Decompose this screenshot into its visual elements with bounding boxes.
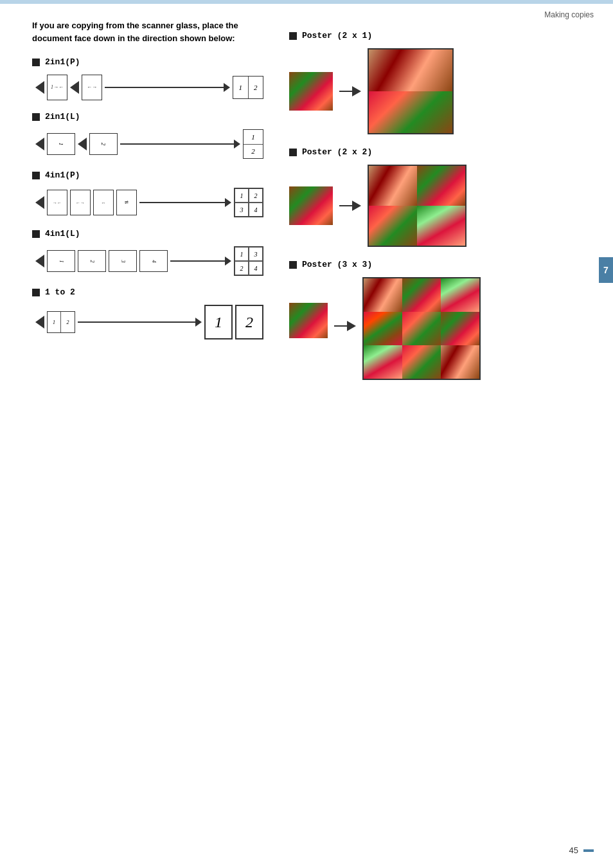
page3-4in1l: 3 [109, 250, 137, 272]
source-photo [289, 186, 333, 225]
main-content: If you are copying from the scanner glas… [32, 19, 594, 393]
section-4in1p-title: 4in1(P) [45, 170, 80, 180]
tab-number: 7 [603, 265, 609, 275]
poster3x3-cell-7 [364, 345, 402, 379]
page2-sym: ←→ [87, 85, 97, 90]
out-cell-2: 2 [249, 188, 263, 203]
arrow-left-2in1l [35, 138, 44, 150]
section-poster2x2: Poster (2 x 2) [289, 147, 594, 247]
arrow-tip [195, 318, 202, 327]
arrow-head [352, 86, 361, 96]
arrow-left2-2in1l [78, 138, 87, 150]
food2 [402, 278, 441, 312]
poster2x1-diagram [289, 48, 594, 134]
salad7 [364, 345, 402, 379]
arrow-tip [224, 83, 230, 92]
bullet-1to2 [32, 289, 40, 296]
page4-4in1p: ⇌ [116, 190, 137, 215]
out-cell-3: 3 [235, 203, 249, 217]
page2-2in1l: 2 [89, 133, 118, 155]
salad3 [441, 278, 479, 312]
bullet-poster2x2 [289, 149, 297, 156]
diag-4in1p: →← ←→ ↔ ⇌ 1 2 3 4 [32, 188, 263, 217]
arrow-left-4in1l [35, 255, 44, 267]
arrow-head [352, 201, 361, 211]
out-cell-1: 1 [244, 130, 263, 145]
poster2x1-output [368, 48, 454, 134]
arrow-left2-2in1p [70, 81, 79, 94]
poster2x2-cell-tr [417, 166, 465, 206]
section-1to2: 1 to 2 [32, 287, 263, 297]
food6 [441, 312, 479, 345]
output-4in1l: 1 3 2 4 [234, 246, 263, 276]
lobster5 [402, 312, 441, 345]
right-column: Poster (2 x 1) [289, 19, 594, 393]
output-1to2-page1: 1 [204, 305, 233, 339]
poster2x2-cell-br [417, 206, 465, 246]
section-2in1l-title: 2in1(L) [45, 112, 80, 122]
page1-2in1p: 1→← [47, 75, 67, 100]
food4 [364, 312, 402, 345]
header-title: Making copies [544, 10, 594, 19]
source-cell-2: 2 [61, 312, 75, 332]
section-4in1p: 4in1(P) [32, 170, 263, 180]
section-4in1l-title: 4in1(L) [45, 229, 80, 239]
h-arrow-4in1l [170, 257, 231, 266]
source-photo [289, 72, 333, 111]
poster3x3-cell-3 [441, 278, 479, 312]
arrow-tip [225, 198, 231, 207]
diag-4in1l: 1 2 3 4 1 3 2 [32, 246, 263, 276]
page1-sym: 1→← [51, 85, 64, 90]
page4-4in1l: 4 [139, 250, 168, 272]
section-2in1p: 2in1(P) [32, 57, 263, 67]
arrow-left-1to2 [35, 316, 44, 329]
out-cell-1: 1 [233, 77, 249, 98]
page-number-area: 45 [569, 845, 594, 855]
poster2x1-top [369, 50, 452, 91]
poster3x3-title: Poster (3 x 3) [289, 260, 594, 269]
lobster-photo [369, 91, 452, 133]
wine9 [441, 345, 479, 379]
h-arrow-1to2 [78, 318, 202, 327]
out-cell-4: 4 [249, 203, 263, 217]
arrow-line [105, 87, 224, 88]
lobster-bl [369, 206, 417, 246]
arrow-line [78, 321, 195, 323]
salad-br [417, 206, 465, 246]
h-arrow-4in1p [139, 198, 231, 207]
diag-1to2: 1 2 1 2 [32, 305, 263, 339]
poster3x3-source [289, 303, 328, 338]
arrow-line [339, 91, 352, 92]
poster3x3-output [362, 277, 481, 380]
section-poster2x1: Poster (2 x 1) [289, 31, 594, 134]
bullet-4in1p [32, 172, 40, 179]
page2-4in1p: ←→ [70, 190, 91, 215]
output-4in1p: 1 2 3 4 [234, 188, 263, 217]
arrow-head [347, 321, 356, 331]
page1-4in1l: 1 [47, 250, 75, 272]
poster3x3-cell-1 [364, 278, 402, 312]
arrow-line [334, 325, 347, 327]
food-tr [417, 166, 465, 206]
arrow-line [139, 202, 225, 203]
bullet-2in1p [32, 59, 40, 66]
bullet-poster2x1 [289, 32, 297, 40]
poster2x2-output [368, 165, 466, 247]
arrow-line [120, 143, 234, 145]
wine-photo [369, 50, 452, 91]
poster3x3-cell-9 [441, 345, 479, 379]
source-photo [289, 303, 328, 338]
section-1to2-title: 1 to 2 [45, 287, 75, 297]
poster2x2-label: Poster (2 x 2) [302, 147, 372, 157]
poster2x2-source [289, 186, 333, 225]
arrow-left-4in1p [35, 196, 44, 209]
output-page1-num: 1 [215, 314, 222, 331]
poster3x3-diagram [289, 277, 594, 380]
section-4in1l: 4in1(L) [32, 229, 263, 239]
section-2in1l: 2in1(L) [32, 112, 263, 122]
arrow-tip [225, 257, 231, 266]
page3-4in1p: ↔ [93, 190, 114, 215]
out-cell-3: 3 [249, 247, 263, 261]
source-1to2: 1 2 [47, 311, 75, 333]
bullet-2in1l [32, 113, 40, 121]
